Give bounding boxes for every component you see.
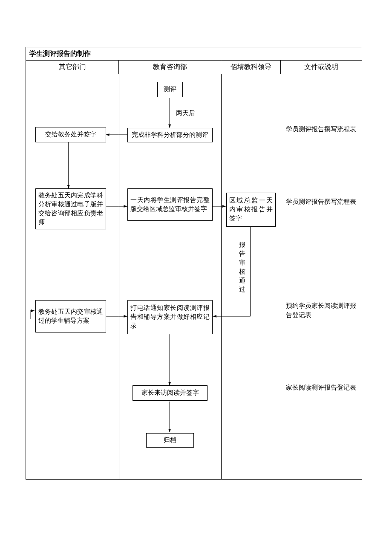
note-doc3: 预约学员家长阅读测评报告登记表 [286, 301, 358, 320]
note-doc2: 学员测评报告撰写流程表 [286, 197, 358, 207]
swimlane-diagram: 学生测评报告的制作 其它部门 教育咨询部 佰埥教科领导 文件或说明 [26, 47, 362, 480]
node-n9: 归档 [146, 433, 194, 448]
node-n2: 交给教务处并签字 [35, 127, 106, 142]
lane-header-consult: 教育咨询部 [119, 61, 221, 73]
node-n6: 打电话通知家长阅读测评报告和辅导方案并做好相应记录 [127, 300, 213, 334]
edge-label-approved: 报告审核通过 [238, 240, 246, 294]
lane-divider [119, 74, 119, 479]
node-n4: 一天内将学生测评报告完整版交给区域总监审核并签字 [127, 188, 213, 221]
lane-headers: 其它部门 教育咨询部 佰埥教科领导 文件或说明 [26, 61, 362, 74]
diagram-title: 学生测评报告的制作 [26, 47, 362, 61]
node-n5: 区域总监一天内审核报告并签字 [226, 193, 276, 227]
note-doc1: 学员测评报告撰写流程表 [286, 124, 358, 134]
lane-header-leader: 佰埥教科领导 [221, 61, 281, 73]
lane-divider [221, 74, 222, 479]
lane-header-other: 其它部门 [26, 61, 119, 73]
edge-label-two-days: 两天后 [176, 108, 195, 118]
node-start: 测评 [157, 82, 183, 97]
node-n1: 完成非学科分析部分的测评 [127, 128, 213, 142]
lane-divider [281, 74, 281, 479]
node-n7: 教务处五天内交审核通过的学生辅导方案 [35, 300, 106, 332]
lane-header-docs: 文件或说明 [281, 61, 362, 73]
node-n8: 家长来访阅读并签字 [133, 385, 208, 401]
note-doc4: 家长阅读测评报告登记表 [286, 383, 358, 393]
node-n3: 教务处五天内完成学科分析审核通过电子版并交给咨询部相应负责老师 [35, 188, 106, 229]
diagram-body: 测评 两天后 完成非学科分析部分的测评 交给教务处并签字 学员测评报告撰写流程表… [26, 74, 362, 479]
